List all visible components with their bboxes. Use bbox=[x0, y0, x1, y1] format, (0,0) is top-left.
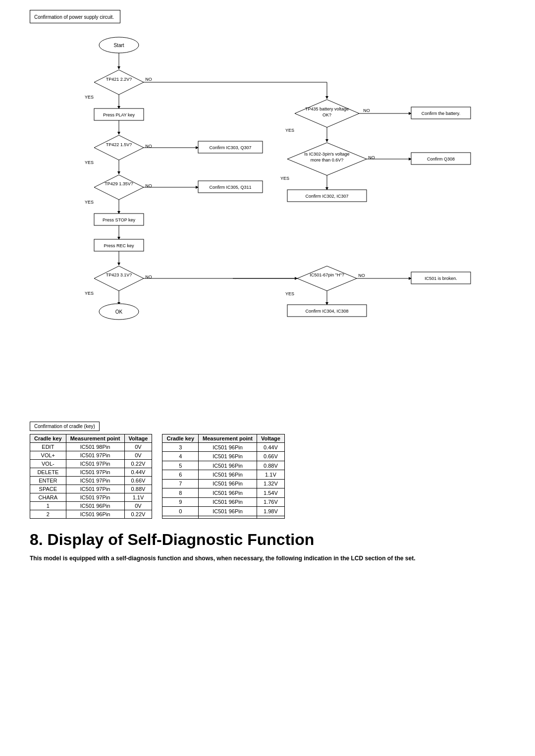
svg-text:NO: NO bbox=[145, 77, 152, 82]
section8-intro: This model is equipped with a self-diagn… bbox=[30, 554, 505, 563]
svg-text:IC501-67pin "H"?: IC501-67pin "H"? bbox=[310, 272, 344, 277]
svg-text:YES: YES bbox=[85, 95, 94, 100]
table-row: 5IC501 96Pin0.88V bbox=[162, 461, 284, 470]
svg-text:Press PLAY key: Press PLAY key bbox=[103, 112, 135, 117]
table-row: EDITIC501 98Pin0V bbox=[30, 443, 152, 451]
table-row bbox=[162, 516, 284, 519]
table-row: 8IC501 96Pin1.54V bbox=[162, 488, 284, 497]
svg-text:OK: OK bbox=[115, 309, 123, 315]
svg-text:TP435 battery voltage: TP435 battery voltage bbox=[305, 107, 349, 111]
svg-text:YES: YES bbox=[85, 160, 94, 165]
svg-text:Confirm the battery.: Confirm the battery. bbox=[422, 111, 460, 116]
table1-header-cradle-key: Cradle key bbox=[30, 434, 66, 443]
svg-text:NO: NO bbox=[358, 273, 365, 278]
table-row: SPACEIC501 97Pin0.88V bbox=[30, 485, 152, 493]
table-row: 2IC501 96Pin0.22V bbox=[30, 510, 152, 519]
svg-marker-21 bbox=[94, 175, 144, 200]
table1-header-measurement: Measurement point bbox=[66, 434, 124, 443]
table-row: CHARAIC501 97Pin1.1V bbox=[30, 493, 152, 502]
table-outer-label: Confirmation of cradle (key) bbox=[30, 422, 100, 431]
table-row: ENTERIC501 97Pin0.66V bbox=[30, 477, 152, 485]
table-row: DELETEIC501 97Pin0.44V bbox=[30, 468, 152, 477]
svg-text:TP429 1.35V?: TP429 1.35V? bbox=[105, 181, 133, 186]
cradle-key-table-2: Cradle key Measurement point Voltage 3IC… bbox=[162, 434, 284, 519]
table-row: VOL-IC501 97Pin0.22V bbox=[30, 460, 152, 468]
flowchart-svg: Start TP421 2.2V? YES NO Press PLAY key … bbox=[30, 25, 505, 412]
svg-text:TP421 2.2V?: TP421 2.2V? bbox=[106, 77, 132, 82]
tables-wrapper: Cradle key Measurement point Voltage EDI… bbox=[30, 434, 505, 519]
svg-text:YES: YES bbox=[280, 176, 289, 181]
svg-text:YES: YES bbox=[285, 291, 294, 296]
table-row: 9IC501 96Pin1.76V bbox=[162, 497, 284, 506]
flowchart-outer-label: Confirmation of power supply circuit. bbox=[30, 10, 120, 23]
svg-text:Confirm IC302, IC307: Confirm IC302, IC307 bbox=[305, 194, 348, 199]
svg-marker-13 bbox=[94, 135, 144, 160]
svg-text:Is IC302-3pin's voltage: Is IC302-3pin's voltage bbox=[304, 152, 349, 157]
svg-text:YES: YES bbox=[85, 291, 94, 296]
svg-text:Start: Start bbox=[113, 43, 124, 48]
svg-text:Press STOP key: Press STOP key bbox=[103, 217, 136, 222]
section8-heading: 8. Display of Self-Diagnostic Function bbox=[30, 531, 505, 549]
svg-text:Confirm IC305, Q311: Confirm IC305, Q311 bbox=[209, 185, 251, 190]
svg-text:YES: YES bbox=[285, 128, 294, 133]
table-row: 0IC501 96Pin1.98V bbox=[162, 507, 284, 516]
svg-marker-3 bbox=[94, 70, 144, 95]
table-row: 4IC501 96Pin0.66V bbox=[162, 452, 284, 461]
svg-marker-35 bbox=[94, 266, 144, 291]
svg-text:OK?: OK? bbox=[322, 112, 331, 117]
svg-marker-63 bbox=[297, 266, 357, 291]
table-row: 1IC501 96Pin0V bbox=[30, 502, 152, 510]
table2-header-cradle-key: Cradle key bbox=[162, 434, 199, 443]
svg-text:TP423 3.1V?: TP423 3.1V? bbox=[106, 272, 132, 277]
table-row: 3IC501 96Pin0.44V bbox=[162, 443, 284, 452]
svg-text:NO: NO bbox=[363, 108, 370, 113]
svg-text:Confirm Q308: Confirm Q308 bbox=[427, 157, 455, 162]
flowchart-section: Confirmation of power supply circuit. St… bbox=[30, 10, 505, 412]
svg-text:YES: YES bbox=[85, 200, 94, 205]
svg-text:IC501 is broken.: IC501 is broken. bbox=[425, 276, 457, 281]
table-row: 7IC501 96Pin1.32V bbox=[162, 479, 284, 488]
svg-text:Confirm IC303, Q307: Confirm IC303, Q307 bbox=[209, 145, 251, 150]
svg-text:Confirm IC304, IC308: Confirm IC304, IC308 bbox=[305, 309, 348, 314]
svg-text:more than 0.6V?: more than 0.6V? bbox=[311, 158, 344, 162]
table-row: VOL+IC501 97Pin0V bbox=[30, 451, 152, 460]
cradle-key-table-1: Cradle key Measurement point Voltage EDI… bbox=[30, 434, 152, 519]
table2-header-measurement: Measurement point bbox=[199, 434, 257, 443]
svg-text:TP422 1.5V?: TP422 1.5V? bbox=[106, 142, 132, 147]
table2-header-voltage: Voltage bbox=[257, 434, 284, 443]
table-row: 6IC501 96Pin1.1V bbox=[162, 470, 284, 479]
table1-header-voltage: Voltage bbox=[124, 434, 152, 443]
flowchart-container: Start TP421 2.2V? YES NO Press PLAY key … bbox=[30, 25, 505, 412]
svg-text:Press REC key: Press REC key bbox=[104, 243, 134, 248]
